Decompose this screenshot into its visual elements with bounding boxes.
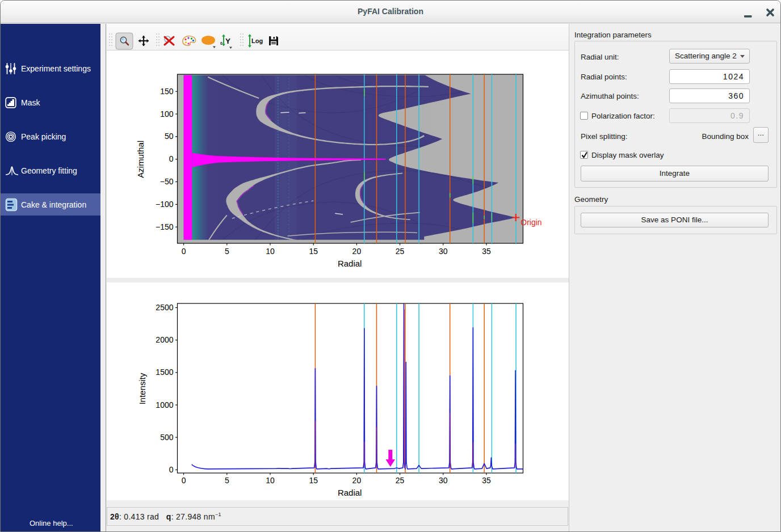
svg-text:20: 20 (352, 476, 362, 485)
svg-text:Radial: Radial (338, 259, 362, 268)
svg-text:Log: Log (251, 37, 263, 44)
svg-text:30: 30 (439, 247, 448, 256)
svg-text:150: 150 (160, 87, 174, 96)
svg-text:0: 0 (220, 41, 222, 45)
svg-text:10: 10 (266, 476, 275, 485)
svg-text:15: 15 (309, 476, 318, 485)
svg-text:−150: −150 (156, 222, 174, 231)
svg-text:0: 0 (169, 465, 174, 474)
svg-text:5: 5 (225, 476, 229, 485)
svg-text:Radial: Radial (338, 488, 362, 497)
svg-text:35: 35 (482, 476, 491, 485)
svg-text:Azimuthal: Azimuthal (136, 141, 145, 178)
svg-text:20: 20 (352, 247, 362, 256)
svg-text:2000: 2000 (156, 335, 173, 344)
svg-text:−50: −50 (160, 177, 174, 186)
svg-text:0: 0 (182, 476, 186, 485)
svg-text:Y: Y (225, 37, 230, 45)
svg-text:35: 35 (482, 247, 491, 256)
svg-text:−100: −100 (156, 200, 174, 209)
svg-text:15: 15 (309, 247, 318, 256)
svg-text:5: 5 (225, 247, 229, 256)
svg-text:25: 25 (396, 476, 405, 485)
svg-text:50: 50 (165, 132, 174, 141)
svg-text:Intensity: Intensity (137, 373, 147, 404)
svg-text:1500: 1500 (156, 368, 173, 377)
svg-text:500: 500 (160, 433, 174, 442)
svg-text:0: 0 (169, 154, 174, 163)
svg-text:10: 10 (266, 247, 275, 256)
svg-text:2500: 2500 (156, 303, 173, 312)
svg-text:0: 0 (182, 247, 186, 256)
svg-text:1000: 1000 (156, 400, 173, 409)
svg-text:Origin: Origin (520, 218, 541, 227)
svg-text:100: 100 (160, 109, 174, 119)
svg-text:25: 25 (396, 247, 405, 256)
svg-text:30: 30 (439, 476, 448, 485)
